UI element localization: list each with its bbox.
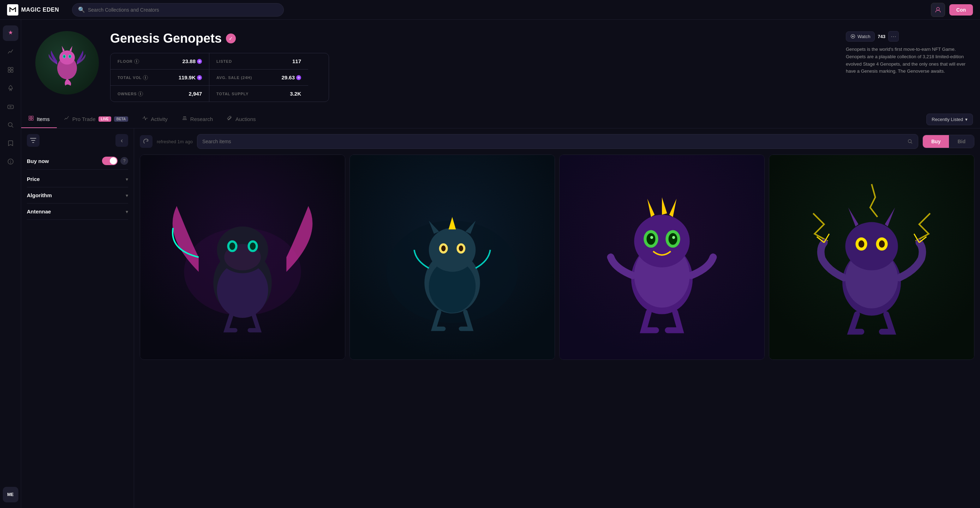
live-badge: Live	[99, 116, 111, 122]
stat-owners: OWNERS ℹ 2,947	[110, 86, 209, 102]
search-items-input[interactable]	[202, 139, 904, 144]
global-search-bar[interactable]: 🔍	[72, 3, 284, 17]
svg-point-47	[650, 236, 653, 239]
buy-tab[interactable]: Buy	[923, 135, 949, 148]
owners-info-icon: ℹ	[138, 91, 143, 96]
beta-badge: Beta	[114, 116, 128, 122]
stats-grid: FLOOR ℹ 23.88 ◎ LISTED 117 TOTAL VOL	[110, 53, 329, 102]
filter-algorithm-section: Algorithm ▾	[27, 187, 128, 203]
nft-card[interactable]	[140, 154, 345, 360]
filter-price-header[interactable]: Price ▾	[27, 171, 128, 187]
nft-card[interactable]	[769, 154, 974, 360]
sort-label: Recently Listed	[932, 117, 963, 122]
logo[interactable]: MAGIC EDEN	[7, 4, 64, 16]
tab-research[interactable]: Research	[175, 110, 220, 128]
items-icon	[28, 115, 34, 122]
activity-icon	[142, 115, 148, 122]
sidebar-item-launchpad[interactable]	[3, 81, 18, 96]
svg-point-45	[647, 233, 655, 245]
stat-totalvol: TOTAL VOL ℹ 119.9K ◎	[110, 70, 209, 86]
sidebar-item-stars[interactable]	[3, 25, 18, 41]
tab-protrade[interactable]: Pro Trade Live Beta	[57, 110, 135, 128]
buy-bid-tabs: Buy Bid	[923, 135, 974, 148]
tab-activity[interactable]: Activity	[135, 110, 175, 128]
nft-grid	[140, 154, 974, 360]
nft-image	[140, 155, 345, 359]
stat-supply: TOTAL SUPPLY 3.2K	[209, 86, 308, 102]
sidebar: ME	[0, 20, 21, 508]
sidebar-item-saved[interactable]	[3, 135, 18, 151]
sidebar-item-analytics[interactable]	[3, 44, 18, 59]
tab-auctions[interactable]: Auctions	[220, 110, 263, 128]
sol-icon-vol: ◎	[197, 75, 202, 80]
sidebar-me-button[interactable]: ME	[3, 487, 18, 502]
logo-icon	[7, 4, 18, 16]
search-icon: 🔍	[78, 6, 85, 13]
svg-point-34	[429, 228, 476, 271]
main-layout: ME	[0, 20, 980, 508]
tab-auctions-label: Auctions	[235, 116, 256, 122]
filter-icon-button[interactable]	[27, 134, 40, 147]
sidebar-item-gaming[interactable]	[3, 99, 18, 114]
refresh-button[interactable]	[140, 135, 153, 148]
svg-point-48	[672, 236, 675, 239]
description-panel: Watch 743 ⋯ Genopets is the world's firs…	[846, 31, 966, 75]
svg-point-38	[459, 246, 463, 252]
svg-point-56	[879, 240, 885, 248]
svg-point-28	[229, 243, 235, 250]
svg-rect-1	[8, 67, 10, 70]
watch-button[interactable]: Watch	[846, 32, 875, 41]
collection-header: Genesis Genopets ✓ FLOOR ℹ 23.88 ◎	[21, 20, 980, 110]
price-chevron-icon: ▾	[126, 176, 128, 182]
antennae-chevron-icon: ▾	[126, 209, 128, 214]
svg-point-15	[64, 56, 65, 57]
nft-card[interactable]	[559, 154, 765, 360]
filter-antennae-section: Antennae ▾	[27, 203, 128, 220]
buy-now-label: Buy now	[27, 158, 49, 164]
nft-card[interactable]	[350, 154, 555, 360]
refresh-timestamp: refreshed 1m ago	[157, 139, 193, 144]
tabs-bar: Items Pro Trade Live Beta Activity	[21, 110, 980, 129]
collection-description: Genopets is the world's first move-to-ea…	[846, 46, 966, 75]
collapse-sidebar-button[interactable]: ‹	[115, 134, 128, 147]
filter-antennae-header[interactable]: Antennae ▾	[27, 203, 128, 219]
sidebar-item-help[interactable]	[3, 154, 18, 169]
filter-sidebar: ‹ Buy now ? Price ▾	[21, 129, 134, 508]
buy-now-help-button[interactable]: ?	[120, 157, 128, 165]
protrade-icon	[64, 115, 70, 122]
sidebar-item-collections[interactable]	[3, 62, 18, 78]
connect-button[interactable]: Con	[949, 4, 973, 16]
more-button[interactable]: ⋯	[888, 31, 899, 41]
watch-row: Watch 743 ⋯	[846, 31, 966, 41]
bid-tab[interactable]: Bid	[949, 135, 974, 148]
svg-point-0	[937, 7, 939, 10]
svg-point-52	[845, 222, 898, 271]
buy-now-row: Buy now ?	[27, 152, 128, 170]
svg-point-19	[908, 140, 911, 143]
svg-point-18	[852, 36, 854, 37]
content-area: ‹ Buy now ? Price ▾	[21, 129, 980, 508]
nft-image	[769, 155, 974, 359]
filter-header: ‹	[27, 134, 128, 147]
search-items-bar[interactable]	[197, 134, 918, 149]
buy-now-toggle[interactable]	[102, 157, 118, 165]
global-search-input[interactable]	[88, 7, 278, 13]
antennae-label: Antennae	[27, 208, 51, 214]
stat-avgsale: AVG. SALE (24H) 29.63 ◎	[209, 70, 308, 86]
svg-rect-3	[8, 70, 10, 72]
research-icon	[182, 115, 188, 122]
items-area: refreshed 1m ago Buy Bid	[134, 129, 980, 508]
tab-research-label: Research	[190, 116, 213, 122]
sol-icon-floor: ◎	[197, 59, 202, 64]
toggle-knob	[110, 157, 117, 164]
tab-items[interactable]: Items	[21, 110, 57, 128]
svg-rect-4	[11, 70, 13, 72]
chevron-down-icon: ▾	[965, 117, 968, 122]
algorithm-chevron-icon: ▾	[126, 193, 128, 198]
collection-title-row: Genesis Genopets ✓	[110, 31, 966, 46]
filter-algorithm-header[interactable]: Algorithm ▾	[27, 187, 128, 203]
sort-dropdown[interactable]: Recently Listed ▾	[926, 114, 973, 125]
stat-floor: FLOOR ℹ 23.88 ◎	[110, 53, 209, 70]
sidebar-item-discover[interactable]	[3, 117, 18, 133]
user-button[interactable]	[931, 3, 945, 17]
